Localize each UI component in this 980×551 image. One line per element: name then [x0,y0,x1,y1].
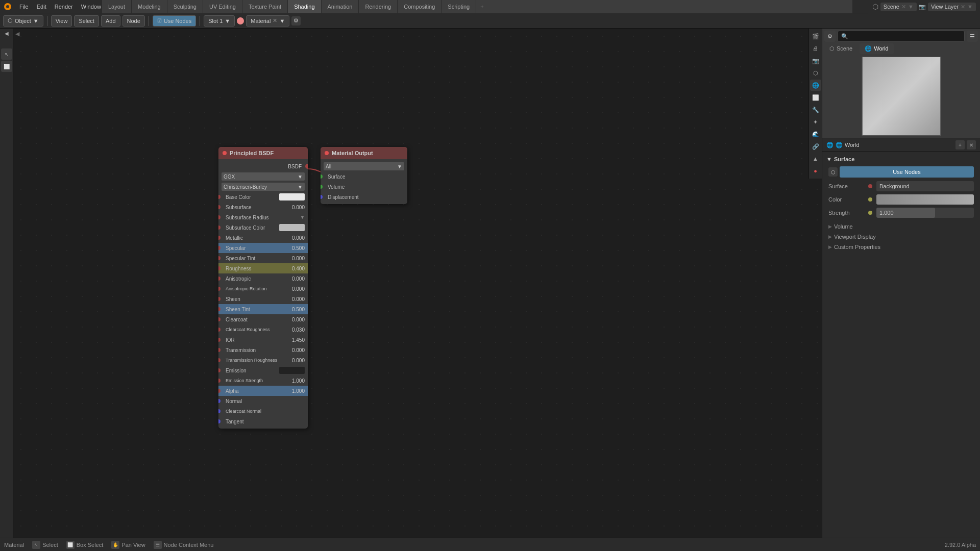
tab-texture-paint[interactable]: Texture Paint [242,0,288,13]
base-color-socket[interactable] [218,195,220,199]
tab-modeling[interactable]: Modeling [132,0,167,13]
tab-shading[interactable]: Shading [288,0,321,13]
tangent-socket[interactable] [218,419,220,423]
main-area: ◀ ↖ ⬜ Principled BSDF BSDF [0,29,980,538]
unlink-world-button[interactable]: ✕ [967,140,976,149]
sheen-tint-socket[interactable] [218,307,220,311]
surface-section-header[interactable]: ▼ Surface [822,154,980,164]
volume-subsection[interactable]: ▶ Volume [822,221,980,232]
metallic-socket[interactable] [218,236,220,240]
bsdf-output-socket[interactable] [305,164,308,169]
ior-socket[interactable] [218,338,220,342]
props-icon[interactable]: ⚙ [824,31,836,42]
scene-tab[interactable]: ⬡ Scene [824,43,857,54]
roughness-socket[interactable] [218,266,220,270]
view-layer-props-icon[interactable]: 📷 [810,55,821,66]
sheen-socket[interactable] [218,297,220,301]
tab-compositing[interactable]: Compositing [398,0,442,13]
menu-file[interactable]: File [15,0,33,13]
scene-selector[interactable]: Scene ✕ ▼ [880,3,917,11]
emission-strength-socket[interactable] [218,379,220,383]
world-props-icon[interactable]: 🌐 [810,80,821,91]
alpha-socket[interactable] [218,389,220,393]
base-color-swatch[interactable] [279,193,305,201]
tab-uv-editing[interactable]: UV Editing [203,0,242,13]
constraints-icon[interactable]: 🔗 [810,141,821,152]
render-props-icon[interactable]: 🎬 [810,31,821,42]
material-props-icon[interactable]: ● [810,165,821,177]
tab-animation[interactable]: Animation [322,0,359,13]
all-dropdown-row[interactable]: All ▼ [321,161,407,171]
surface-input-socket[interactable] [321,174,323,179]
particles-icon[interactable]: ✦ [810,116,821,128]
use-nodes-button[interactable]: ☑ Use Nodes [153,15,196,27]
new-world-button[interactable]: + [955,140,965,149]
clearcoat-normal-socket[interactable] [218,409,220,413]
add-button[interactable]: Add [101,15,120,27]
use-nodes-button-panel[interactable]: Use Nodes [840,166,974,178]
node-editor[interactable]: Principled BSDF BSDF GGX ▼ [13,29,822,538]
normal-socket[interactable] [218,399,220,403]
tool-box-select[interactable]: ⬜ [1,61,12,72]
color-swatch[interactable] [876,194,974,205]
transmission-roughness-socket[interactable] [218,358,220,362]
view-layer-selector[interactable]: View Layer ✕ ▼ [928,3,976,11]
specular-tint-socket[interactable] [218,256,220,260]
subsurface-method-row[interactable]: Christensen-Burley ▼ [218,182,308,192]
specular-tint-label: Specular Tint [226,256,292,261]
menu-edit[interactable]: Edit [33,0,51,13]
tab-sculpting[interactable]: Sculpting [167,0,203,13]
subsurface-color-swatch[interactable] [279,224,305,231]
subsurface-color-socket[interactable] [218,226,220,230]
clearcoat-roughness-socket[interactable] [218,328,220,332]
world-tab[interactable]: 🌐 World [860,43,894,54]
anisotropic-rotation-socket[interactable] [218,287,220,291]
select-button[interactable]: Select [74,15,99,27]
custom-properties-subsection[interactable]: ▶ Custom Properties [822,242,980,252]
scene-props-icon[interactable]: ⬡ [810,67,821,79]
subsurface-socket[interactable] [218,205,220,209]
emission-socket[interactable] [218,368,220,372]
volume-input-socket[interactable] [321,185,323,189]
clearcoat-socket[interactable] [218,317,220,321]
tool-select[interactable]: ↖ [1,48,12,60]
all-dropdown[interactable]: All ▼ [324,162,404,170]
physics-icon[interactable]: 🌊 [810,129,821,140]
object-mode-selector[interactable]: ⬡ Object ▼ [3,15,43,27]
subsurface-radius-socket[interactable] [218,215,220,219]
node-button[interactable]: Node [122,15,145,27]
distribution-dropdown[interactable]: GGX ▼ [222,172,305,181]
material-selector[interactable]: Material ✕ ▼ [246,15,289,27]
version-text: 2.92.0 Alpha [945,542,976,548]
tab-layout[interactable]: Layout [102,0,132,13]
corner-toggle-left[interactable]: ◀ [15,31,19,37]
blender-logo [0,0,15,13]
output-props-icon[interactable]: 🖨 [810,43,821,54]
add-workspace-button[interactable]: + [476,4,487,10]
viewport-display-subsection[interactable]: ▶ Viewport Display [822,232,980,242]
anisotropic-socket[interactable] [218,277,220,281]
view-button[interactable]: View [51,15,72,27]
filter-button[interactable]: ☰ [967,31,978,42]
collapse-left-button[interactable]: ◀ [5,31,9,36]
tab-scripting[interactable]: Scripting [442,0,476,13]
menu-render[interactable]: Render [51,0,77,13]
object-props-icon[interactable]: ⬜ [810,92,821,103]
strength-value-bar[interactable]: 1.000 [876,208,974,218]
emission-color-swatch[interactable] [279,367,305,374]
properties-search[interactable]: 🔍 [838,31,965,42]
material-settings-button[interactable]: ⚙ [291,16,301,26]
modifier-props-icon[interactable]: 🔧 [810,104,821,115]
material-output-node[interactable]: Material Output All ▼ Surface [321,147,407,204]
menu-window[interactable]: Window [77,0,105,13]
displacement-input-socket[interactable] [321,195,323,199]
data-props-icon[interactable]: ▲ [810,153,821,164]
distribution-row[interactable]: GGX ▼ [218,171,308,182]
transmission-socket[interactable] [218,348,220,352]
principled-bsdf-node[interactable]: Principled BSDF BSDF GGX ▼ [218,147,308,429]
slot-selector[interactable]: Slot 1 ▼ [204,15,235,27]
subsurface-method-dropdown[interactable]: Christensen-Burley ▼ [222,183,305,191]
specular-socket[interactable] [218,246,220,250]
background-dropdown[interactable]: Background [876,181,974,191]
tab-rendering[interactable]: Rendering [359,0,398,13]
